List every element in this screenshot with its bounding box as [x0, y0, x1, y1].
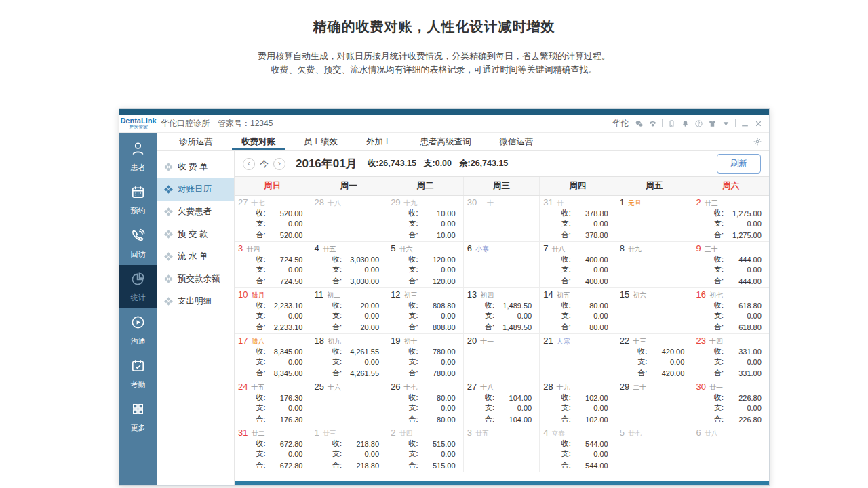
lunar-label: 廿一 [557, 199, 570, 208]
bell-icon[interactable] [681, 119, 690, 128]
amount-value: 0.00 [418, 266, 456, 274]
calendar-day-cell[interactable]: 13初四收:1,489.50支:0.00合:1,489.50 [464, 288, 540, 334]
calendar-day-cell[interactable]: 4立春收:544.00支:0.00合:544.00 [540, 426, 616, 472]
close-icon[interactable] [754, 119, 763, 128]
mobile-icon[interactable] [667, 119, 676, 128]
calendar-day-cell[interactable]: 3廿四收:724.50支:0.00合:724.50 [235, 242, 311, 288]
calendar-day-cell[interactable]: 5廿七 [616, 426, 693, 472]
sidebar-item-appointment[interactable]: 预约 [119, 178, 157, 222]
next-month-button[interactable]: › [273, 158, 285, 170]
calendar-day-cell[interactable]: 30廿一收:226.80支:0.00合:226.80 [692, 380, 769, 426]
menu-item[interactable]: 流 水 单 [157, 245, 234, 268]
day-header: 19初十 [391, 336, 460, 346]
wechat-icon[interactable] [635, 119, 644, 128]
calendar-day-cell[interactable]: 14初五收:80.00支:0.00合:80.00 [540, 288, 616, 334]
phone-icon[interactable] [648, 119, 657, 128]
day-amounts: 收:378.80支:0.00合:378.80 [561, 208, 608, 240]
calendar-day-cell[interactable]: 4廿五收:3,030.00支:0.00合:3,030.00 [311, 242, 388, 288]
calendar-day-cell[interactable]: 1廿三收:218.80支:0.00合:218.80 [311, 426, 388, 472]
lunar-label: 立春 [552, 429, 566, 439]
calendar-day-cell[interactable]: 24十五收:176.30支:0.00合:176.30 [235, 380, 311, 426]
income-line: 收:3,030.00 [332, 254, 379, 264]
calendar-day-cell[interactable]: 15初六 [616, 288, 693, 334]
calendar-day-cell[interactable]: 31廿一收:378.80支:0.00合:378.80 [540, 196, 616, 242]
calendar-day-cell[interactable]: 23十四收:331.00支:0.00合:331.00 [692, 334, 769, 380]
sidebar-item-stats[interactable]: 统计 [119, 265, 157, 308]
expense-line: 支:0.00 [561, 449, 608, 459]
calendar-day-cell[interactable]: 2廿四收:515.00支:0.00合:515.00 [387, 426, 464, 472]
calendar-day-cell[interactable]: 19初十收:780.00支:0.00合:780.00 [387, 334, 464, 380]
amount-value: 378.80 [571, 209, 608, 218]
amount-value: 672.80 [265, 462, 302, 470]
day-header: 31廿二 [238, 428, 307, 439]
total-line: 合:3,030.00 [332, 276, 379, 286]
calendar-day-cell[interactable]: 9三十收:444.00支:0.00合:444.00 [692, 242, 769, 288]
menu-item[interactable]: 欠费患者 [157, 201, 234, 223]
month-stats: 收:26,743.15 支:0.00 余:26,743.15 [368, 158, 509, 169]
day-number: 28 [543, 382, 553, 392]
calendar-day-cell[interactable]: 22十三收:420.00支:0.00合:420.00 [616, 334, 693, 380]
settings-gear-icon[interactable] [753, 133, 769, 150]
calendar-day-cell[interactable]: 10腊月收:2,233.10支:0.00合:2,233.10 [235, 288, 311, 334]
amount-label: 合: [637, 368, 647, 378]
calendar-day-cell[interactable]: 26十七收:80.00支:0.00合:80.00 [387, 380, 464, 426]
amount-value: 515.00 [418, 462, 456, 470]
calendar-day-cell[interactable]: 8廿九 [616, 242, 693, 288]
menu-item[interactable]: 预 交 款 [157, 223, 234, 245]
shirt-icon[interactable] [708, 119, 717, 128]
calendar-day-cell[interactable]: 11初二收:20.00支:0.00合:20.00 [311, 288, 388, 334]
amount-label: 支: [256, 403, 265, 413]
calendar-day-cell[interactable]: 7廿八收:400.00支:0.00合:400.00 [540, 242, 616, 288]
tab-item[interactable]: 患者高级查询 [406, 133, 486, 150]
sidebar-item-communication[interactable]: 沟通 [119, 308, 157, 352]
tab-item[interactable]: 员工绩效 [290, 133, 352, 150]
sidebar-item-attendance[interactable]: 考勤 [119, 352, 157, 395]
tab-item[interactable]: 诊所运营 [165, 133, 227, 150]
today-button[interactable]: 今 [260, 158, 269, 170]
tab-item[interactable]: 收费对账 [227, 133, 290, 150]
sidebar-item-more[interactable]: 更多 [119, 395, 157, 439]
calendar-day-cell[interactable]: 6小寒 [464, 242, 540, 288]
prev-month-button[interactable]: ‹ [243, 158, 255, 170]
calendar-day-cell[interactable]: 1元旦 [616, 196, 693, 242]
calendar-day-cell[interactable]: 6廿八 [692, 426, 769, 472]
sidebar-item-patient[interactable]: 患者 [119, 135, 157, 178]
calendar-day-cell[interactable]: 12初三收:808.80支:0.00合:808.80 [387, 288, 464, 334]
window-titlebar: DentaLink 牙医管家 华佗口腔诊所 管家号：12345 华佗 [119, 115, 769, 133]
calendar-day-cell[interactable]: 31廿二收:672.80支:0.00合:672.80 [235, 426, 311, 472]
tab-item[interactable]: 外加工 [352, 133, 406, 150]
minimize-icon[interactable] [741, 119, 749, 128]
amount-value: 0.00 [724, 404, 762, 412]
calendar-day-cell[interactable]: 27十七收:520.00支:0.00合:520.00 [235, 196, 311, 242]
calendar-day-cell[interactable]: 27十八收:104.00支:0.00合:104.00 [464, 380, 540, 426]
dropdown-icon[interactable] [722, 119, 730, 128]
calendar-day-cell[interactable]: 17腊八收:8,345.00支:0.00合:8,345.00 [235, 334, 311, 380]
total-line: 合:780.00 [409, 368, 456, 378]
calendar-day-cell[interactable]: 16初七收:618.80支:0.00合:618.80 [692, 288, 769, 334]
calendar-day-cell[interactable]: 25十六 [311, 380, 388, 426]
tab-item[interactable]: 微信运营 [486, 133, 548, 150]
calendar-day-cell[interactable]: 21大寒 [540, 334, 616, 380]
appointment-icon [130, 184, 146, 203]
amount-label: 收: [485, 300, 494, 310]
income-line: 收:8,345.00 [256, 346, 302, 357]
calendar-day-cell[interactable]: 28十九收:102.00支:0.00合:102.00 [540, 380, 616, 426]
calendar-day-cell[interactable]: 29十九收:10.00支:0.00合:10.00 [387, 196, 464, 242]
calendar-day-cell[interactable]: 28十八 [311, 196, 388, 242]
help-icon[interactable] [694, 119, 703, 128]
sidebar-item-callback[interactable]: 回访 [119, 222, 157, 265]
calendar-day-cell[interactable]: 18初九收:4,261.55支:0.00合:4,261.55 [311, 334, 388, 380]
menu-item[interactable]: 支出明细 [157, 290, 234, 312]
menu-item[interactable]: 收 费 单 [157, 156, 234, 178]
calendar-day-cell[interactable]: 2廿三收:1,275.00支:0.00合:1,275.00 [692, 196, 769, 242]
day-amounts: 收:218.80支:0.00合:218.80 [332, 439, 379, 470]
amount-label: 支: [485, 310, 494, 321]
calendar-day-cell[interactable]: 5廿六收:120.00支:0.00合:120.00 [387, 242, 464, 288]
calendar-day-cell[interactable]: 20十一 [464, 334, 540, 380]
calendar-day-cell[interactable]: 3廿五 [464, 426, 540, 472]
menu-item[interactable]: 对账日历 [157, 178, 234, 201]
refresh-button[interactable]: 刷新 [717, 154, 761, 174]
menu-item[interactable]: 预交款余额 [157, 268, 234, 290]
calendar-day-cell[interactable]: 29二十 [616, 380, 693, 426]
calendar-day-cell[interactable]: 30二十 [464, 196, 540, 242]
